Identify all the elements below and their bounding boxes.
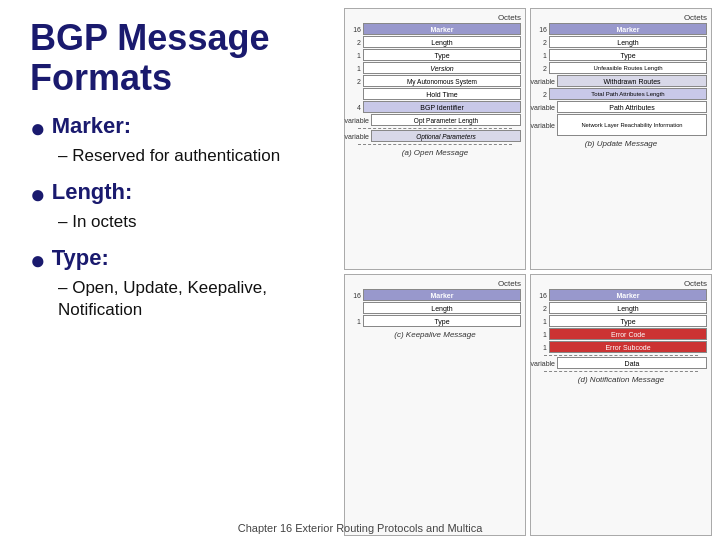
- octets-label-d: Octets: [684, 279, 707, 288]
- bullet-length-sub1: In octets: [58, 211, 320, 233]
- bullet-length-label: Length:: [52, 179, 133, 205]
- notif-row-data: variable Data: [535, 357, 707, 369]
- update-row-nlri: variable Network Layer Reachability Info…: [535, 114, 707, 136]
- bullet-marker: ● Marker: Reserved for authentication: [30, 113, 320, 171]
- update-row-path-attr: variable Path Attributes: [535, 101, 707, 113]
- diagram-keepalive-message: Octets 16 Marker Length 1 Type (c) Keepa…: [344, 274, 526, 536]
- bullet-dot-type: ●: [30, 247, 46, 273]
- bullet-type-label: Type:: [52, 245, 109, 271]
- keepalive-row-type: 1 Type: [349, 315, 521, 327]
- open-row-marker: 16 Marker: [349, 23, 521, 35]
- slide: BGP Message Formats ● Marker: Reserved f…: [0, 0, 720, 540]
- bullet-dot-length: ●: [30, 181, 46, 207]
- slide-title: BGP Message Formats: [30, 18, 320, 97]
- notif-caption: (d) Notification Message: [578, 375, 664, 384]
- update-row-type: 1 Type: [535, 49, 707, 61]
- bullet-marker-sub1: Reserved for authentication: [58, 145, 320, 167]
- update-caption: (b) Update Message: [585, 139, 657, 148]
- octets-label-a: Octets: [498, 13, 521, 22]
- open-row-bgpid: 4 BGP Identifier: [349, 101, 521, 113]
- notif-row-marker: 16 Marker: [535, 289, 707, 301]
- update-row-unfeasible: 2 Unfeasible Routes Length: [535, 62, 707, 74]
- open-caption: (a) Open Message: [402, 148, 468, 157]
- bullet-length-main: ● Length:: [30, 179, 320, 207]
- right-panel: Octets 16 Marker 2 Length 1 Type 1 Versi…: [340, 0, 720, 540]
- update-row-length: 2 Length: [535, 36, 707, 48]
- keepalive-row-marker: 16 Marker: [349, 289, 521, 301]
- update-row-marker: 16 Marker: [535, 23, 707, 35]
- open-row-optparam-len: variable Opt Parameter Length: [349, 114, 521, 126]
- open-row-optparams: variable Optional Parameters: [349, 130, 521, 142]
- bullet-marker-label: Marker:: [52, 113, 131, 139]
- notif-row-type: 1 Type: [535, 315, 707, 327]
- octets-label-b: Octets: [684, 13, 707, 22]
- diagram-notification-message: Octets 16 Marker 2 Length 1 Type 1 Error…: [530, 274, 712, 536]
- bullet-marker-main: ● Marker:: [30, 113, 320, 141]
- open-row-length: 2 Length: [349, 36, 521, 48]
- footer: Chapter 16 Exterior Routing Protocols an…: [0, 522, 720, 534]
- keepalive-caption: (c) Keepalive Message: [394, 330, 475, 339]
- bullet-type-sub1: Open, Update, Keepalive, Notification: [58, 277, 320, 321]
- octets-label-c: Octets: [498, 279, 521, 288]
- bullet-type: ● Type: Open, Update, Keepalive, Notific…: [30, 245, 320, 325]
- open-row-holdtime: Hold Time: [349, 88, 521, 100]
- left-panel: BGP Message Formats ● Marker: Reserved f…: [0, 0, 340, 540]
- diagram-open-message: Octets 16 Marker 2 Length 1 Type 1 Versi…: [344, 8, 526, 270]
- bullet-type-main: ● Type:: [30, 245, 320, 273]
- open-row-version: 1 Version: [349, 62, 521, 74]
- update-row-total-path: 2 Total Path Attributes Length: [535, 88, 707, 100]
- open-row-as: 2 My Autonomous System: [349, 75, 521, 87]
- keepalive-row-length: Length: [349, 302, 521, 314]
- footer-text: Chapter 16 Exterior Routing Protocols an…: [238, 522, 483, 534]
- notif-row-length: 2 Length: [535, 302, 707, 314]
- notif-row-error-subcode: 1 Error Subcode: [535, 341, 707, 353]
- bullet-dot-marker: ●: [30, 115, 46, 141]
- notif-row-error-code: 1 Error Code: [535, 328, 707, 340]
- open-row-type: 1 Type: [349, 49, 521, 61]
- update-row-withdrawn: variable Withdrawn Routes: [535, 75, 707, 87]
- bullet-length: ● Length: In octets: [30, 179, 320, 237]
- diagram-update-message: Octets 16 Marker 2 Length 1 Type 2 Unfea…: [530, 8, 712, 270]
